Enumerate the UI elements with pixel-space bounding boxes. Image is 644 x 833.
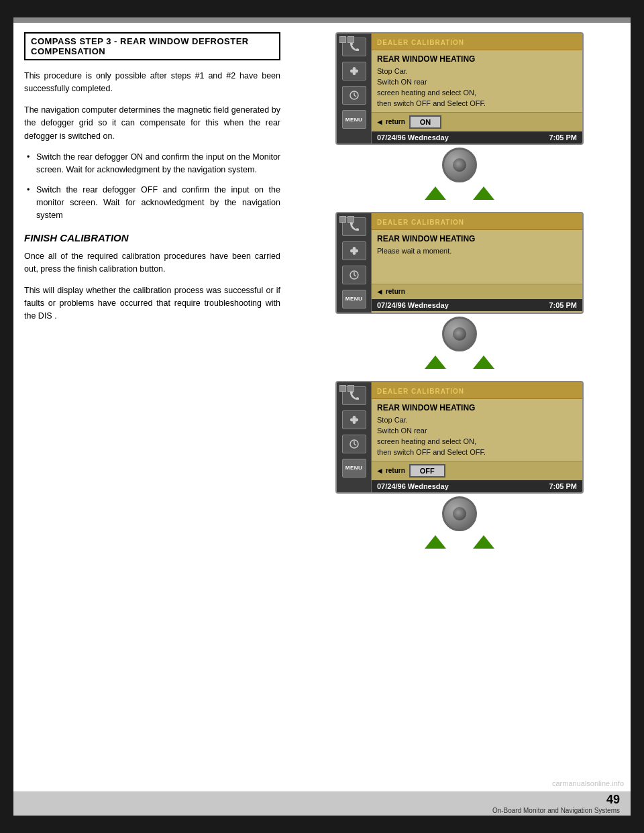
screen3-line3: screen heating and select ON, — [377, 437, 577, 447]
menu-icon-box-2[interactable]: MENU — [342, 290, 366, 309]
knob-area-3 — [335, 496, 584, 549]
clock-icon-3 — [349, 439, 360, 449]
screen1-time: 7:05 PM — [549, 133, 577, 142]
screen1-line2: Switch ON rear — [377, 77, 577, 88]
knob-inner-1 — [453, 158, 466, 172]
right-column: MENU DEALER CALIBRATION REAR WINDOW HEAT… — [299, 32, 620, 758]
dealer-title-3: DEALER CALIBRATION — [377, 388, 464, 395]
fan-icon-box-1 — [342, 62, 366, 80]
corner-box-2b — [347, 216, 354, 223]
phone-icon-2 — [349, 221, 360, 232]
left-column: COMPASS STEP 3 - REAR WINDOW DEFROSTER C… — [24, 32, 286, 758]
screen3-date: 07/24/96 Wednesday — [377, 482, 449, 490]
corner-box-1a — [339, 36, 346, 43]
page: COMPASS STEP 3 - REAR WINDOW DEFROSTER C… — [13, 17, 631, 816]
screen1-wrapper: MENU DEALER CALIBRATION REAR WINDOW HEAT… — [335, 32, 584, 200]
arrow-up-1a — [425, 186, 446, 200]
screen1-date: 07/24/96 Wednesday — [377, 133, 449, 142]
screen2-date: 07/24/96 Wednesday — [377, 301, 449, 309]
phone-icon-3 — [349, 390, 360, 401]
screen3-line1: Stop Car. — [377, 415, 577, 426]
knob-3[interactable] — [442, 496, 477, 531]
nav-main-title-2: REAR WINDOW HEATING — [377, 234, 577, 243]
watermark: carmanualsonline.info — [552, 779, 624, 787]
nav-sidebar-3: MENU — [337, 382, 372, 492]
screen2-line1: Please wait a moment. — [377, 246, 577, 257]
clock-icon-1 — [349, 90, 360, 101]
nav-content-1: REAR WINDOW HEATING Stop Car. Switch ON … — [372, 50, 582, 112]
nav-content-3: REAR WINDOW HEATING Stop Car. Switch ON … — [372, 399, 582, 461]
nav-screen-2: MENU DEALER CALIBRATION REAR WINDOW HEAT… — [335, 212, 584, 314]
screen2-inner: MENU DEALER CALIBRATION REAR WINDOW HEAT… — [337, 213, 582, 313]
finish-heading: FINISH CALIBRATION — [24, 232, 280, 243]
dealer-header-1: DEALER CALIBRATION — [372, 34, 582, 50]
nav-sidebar-2: MENU — [337, 213, 372, 313]
knob-area-1 — [335, 148, 584, 200]
svg-line-11 — [354, 444, 356, 445]
screen1-line3: screen heating and select ON, — [377, 88, 577, 99]
screen2-wrapper: MENU DEALER CALIBRATION REAR WINDOW HEAT… — [335, 212, 584, 369]
bullet-item-2: Switch the rear defogger OFF and confirm… — [24, 184, 280, 223]
return-btn-2[interactable]: ◄ return — [376, 287, 405, 296]
nav-date-bar-3: 07/24/96 Wednesday 7:05 PM — [372, 480, 582, 492]
bullet-list: Switch the rear defogger ON and confirm … — [24, 151, 280, 223]
knob-1[interactable] — [442, 148, 477, 182]
fan-icon-2 — [349, 245, 360, 256]
nav-bottom-bar-2: ◄ return — [372, 284, 582, 299]
top-bar — [13, 17, 631, 23]
screen3-line4: then switch OFF and Select OFF. — [377, 447, 577, 458]
footer-text: 49 On-Board Monitor and Navigation Syste… — [492, 793, 620, 814]
fan-icon-box-2 — [342, 241, 366, 260]
corner-box-1b — [347, 36, 354, 43]
corner-box-3a — [339, 385, 346, 392]
corner-boxes-2 — [339, 216, 354, 223]
corner-boxes-3 — [339, 385, 354, 392]
nav-screen-1: MENU DEALER CALIBRATION REAR WINDOW HEAT… — [335, 32, 584, 145]
bullet-item-1: Switch the rear defogger ON and confirm … — [24, 151, 280, 177]
dealer-title-1: DEALER CALIBRATION — [377, 39, 464, 46]
para2: The navigation computer determines the m… — [24, 104, 280, 143]
return-btn-3[interactable]: ◄ return — [376, 466, 405, 476]
return-arrow-2: ◄ — [376, 287, 384, 296]
on-button-1[interactable]: ON — [409, 115, 442, 129]
footer: 49 On-Board Monitor and Navigation Syste… — [13, 791, 631, 816]
dealer-title-2: DEALER CALIBRATION — [377, 219, 464, 226]
arrow-up-1b — [473, 186, 494, 200]
screen1-inner: MENU DEALER CALIBRATION REAR WINDOW HEAT… — [337, 34, 582, 144]
nav-main-title-3: REAR WINDOW HEATING — [377, 403, 577, 412]
return-label-2: return — [386, 288, 405, 295]
fan-icon-3 — [349, 414, 360, 425]
menu-icon-box-3[interactable]: MENU — [342, 459, 366, 478]
nav-main-title-1: REAR WINDOW HEATING — [377, 54, 577, 64]
fan-icon-1 — [349, 66, 360, 76]
off-button-3[interactable]: OFF — [409, 464, 445, 478]
section-heading: COMPASS STEP 3 - REAR WINDOW DEFROSTER C… — [24, 32, 280, 60]
arrow-up-3b — [473, 535, 494, 549]
nav-sidebar-1: MENU — [337, 34, 372, 144]
nav-screen-3: MENU DEALER CALIBRATION REAR WINDOW HEAT… — [335, 381, 584, 494]
screen2-time: 7:05 PM — [549, 301, 577, 309]
nav-display-2: DEALER CALIBRATION REAR WINDOW HEATING P… — [372, 213, 582, 313]
phone-icon-1 — [349, 42, 360, 52]
content-area: COMPASS STEP 3 - REAR WINDOW DEFROSTER C… — [13, 23, 631, 791]
return-arrow-1: ◄ — [376, 117, 384, 127]
return-btn-1[interactable]: ◄ return — [376, 117, 405, 127]
knob-2[interactable] — [442, 317, 477, 351]
knob-inner-3 — [453, 507, 466, 520]
screen3-inner: MENU DEALER CALIBRATION REAR WINDOW HEAT… — [337, 382, 582, 492]
clock-icon-2 — [349, 270, 360, 280]
screen1-line4: then switch OFF and Select OFF. — [377, 99, 577, 109]
return-label-1: return — [386, 118, 405, 125]
nav-date-bar-2: 07/24/96 Wednesday 7:05 PM — [372, 299, 582, 311]
arrow-up-2a — [425, 355, 446, 369]
nav-display-3: DEALER CALIBRATION REAR WINDOW HEATING S… — [372, 382, 582, 492]
nav-bottom-bar-1: ◄ return ON — [372, 112, 582, 131]
return-arrow-3: ◄ — [376, 466, 384, 476]
corner-boxes-1 — [339, 36, 354, 43]
nav-bottom-bar-3: ◄ return OFF — [372, 461, 582, 480]
corner-box-2a — [339, 216, 346, 223]
screen3-time: 7:05 PM — [549, 482, 577, 490]
menu-icon-box-1[interactable]: MENU — [342, 110, 366, 129]
svg-line-7 — [354, 275, 356, 276]
arrow-up-2b — [473, 355, 494, 369]
